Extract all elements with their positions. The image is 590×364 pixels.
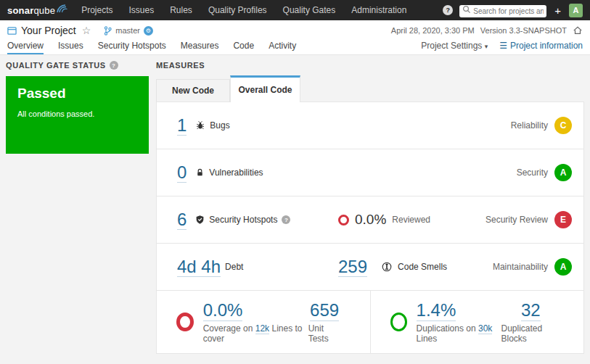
tab-security-hotspots[interactable]: Security Hotspots	[98, 41, 166, 54]
project-settings-dropdown[interactable]: Project Settings ▾	[421, 41, 488, 51]
duplications-sublabel: Duplications on 30k Lines	[417, 323, 501, 344]
unit-tests-block: 659 Unit Tests	[308, 300, 341, 344]
tab-code[interactable]: Code	[233, 41, 254, 54]
nav-item-projects[interactable]: Projects	[81, 5, 112, 15]
duplicated-blocks-label: Duplicated Blocks	[501, 323, 560, 344]
nav-item-issues[interactable]: Issues	[129, 5, 155, 15]
security-label: Security	[517, 167, 548, 178]
project-icon	[7, 26, 17, 36]
nav-item-quality-profiles[interactable]: Quality Profiles	[208, 5, 267, 15]
reliability-rating-badge[interactable]: C	[554, 117, 572, 134]
bugs-count-link[interactable]: 1	[177, 115, 187, 136]
quality-gate-subtitle: All conditions passed.	[17, 109, 137, 118]
security-review-rating-group: Security Review E	[485, 211, 572, 228]
maintainability-rating-group: Maintainability A	[493, 258, 572, 276]
project-tabbar: Overview Issues Security Hotspots Measur…	[0, 41, 590, 55]
logo-text: sonarqube	[7, 5, 55, 16]
debt-label: Debt	[225, 262, 243, 272]
measures-panel: 1 Bugs Reliability C 0	[156, 102, 584, 354]
tab-overview[interactable]: Overview	[7, 41, 44, 54]
duplications-percentage-link[interactable]: 1.4%	[417, 300, 456, 321]
lock-icon	[195, 167, 205, 178]
security-review-label: Security Review	[485, 215, 548, 225]
quality-gate-help-icon[interactable]: ?	[110, 61, 118, 70]
shield-icon	[195, 215, 205, 225]
duplications-ring-icon	[390, 313, 407, 331]
branch-selector[interactable]: master ⚙	[104, 26, 153, 36]
measure-row-vulnerabilities: 0 Vulnerabilities Security A	[157, 149, 583, 197]
user-avatar[interactable]: A	[569, 4, 583, 17]
duplicated-blocks-count-link[interactable]: 32	[521, 300, 541, 321]
quality-gate-header: Quality Gate Status ?	[6, 61, 149, 70]
code-smells-group: 259 Code Smells	[338, 257, 447, 278]
coverage-duplications-row: 0.0% Coverage on 12k Lines to cover 659 …	[157, 291, 583, 353]
debt-value-link[interactable]: 4d 4h	[177, 257, 221, 278]
chevron-down-icon: ▾	[485, 43, 488, 50]
coverage-sublabel: Coverage on 12k Lines to cover	[203, 323, 308, 344]
maintainability-rating-badge[interactable]: A	[554, 258, 572, 276]
project-information-button[interactable]: ☰ Project information	[499, 41, 583, 51]
branch-settings-icon[interactable]: ⚙	[144, 26, 153, 36]
project-meta: April 28, 2020, 3:30 PM Version 3.3-SNAP…	[391, 25, 583, 36]
vulnerabilities-label: Vulnerabilities	[209, 167, 263, 178]
project-tabs: Overview Issues Security Hotspots Measur…	[7, 41, 296, 54]
security-hotspots-label: Security Hotspots	[209, 215, 277, 225]
search-input[interactable]	[459, 5, 546, 17]
quality-gate-section: Quality Gate Status ? Passed All conditi…	[6, 61, 149, 154]
coverage-percentage-link[interactable]: 0.0%	[203, 300, 243, 321]
home-icon[interactable]	[573, 25, 583, 36]
duplications-values: 1.4% Duplications on 30k Lines	[417, 300, 501, 344]
security-review-rating-badge[interactable]: E	[554, 211, 572, 228]
measure-row-bugs: 1 Bugs Reliability C	[157, 102, 583, 149]
nav-item-rules[interactable]: Rules	[170, 5, 192, 15]
security-hotspots-count-link[interactable]: 6	[177, 210, 187, 231]
security-rating-badge[interactable]: A	[554, 164, 572, 181]
coverage-ring-icon	[176, 313, 194, 331]
unit-tests-count-link[interactable]: 659	[310, 300, 339, 321]
project-version: Version 3.3-SNAPSHOT	[480, 26, 567, 35]
branch-icon	[104, 26, 112, 36]
tab-overall-code[interactable]: Overall Code	[230, 75, 300, 102]
overview-content: Quality Gate Status ? Passed All conditi…	[0, 55, 590, 364]
list-icon: ☰	[499, 41, 507, 51]
duplications-block: 1.4% Duplications on 30k Lines 32 Duplic…	[370, 291, 584, 353]
lines-to-cover-link[interactable]: 12k	[255, 323, 269, 334]
security-hotspots-help-icon[interactable]: ?	[282, 215, 290, 224]
navbar-right: ? + A	[443, 4, 583, 17]
coverage-values: 0.0% Coverage on 12k Lines to cover	[203, 300, 308, 344]
search-icon	[462, 5, 471, 14]
measures-section: Measures New Code Overall Code 1 Bugs	[156, 61, 584, 354]
main-nav: Projects Issues Rules Quality Profiles Q…	[81, 5, 406, 15]
code-smell-icon	[382, 262, 392, 272]
nav-item-administration[interactable]: Administration	[351, 5, 406, 15]
sonarqube-logo[interactable]: sonarqube	[7, 5, 68, 16]
tab-new-code[interactable]: New Code	[156, 79, 230, 102]
tab-measures[interactable]: Measures	[181, 41, 219, 54]
tab-activity[interactable]: Activity	[269, 41, 296, 54]
code-smells-label: Code Smells	[398, 262, 447, 272]
reviewed-label: Reviewed	[392, 215, 430, 225]
hotspots-reviewed-group: 0.0% Reviewed	[338, 212, 430, 228]
top-navbar: sonarqube Projects Issues Rules Quality …	[0, 0, 590, 20]
help-icon[interactable]: ?	[443, 5, 453, 15]
duplication-lines-link[interactable]: 30k	[478, 323, 492, 334]
duplicated-blocks-block: 32 Duplicated Blocks	[501, 300, 560, 344]
measures-tabs: New Code Overall Code	[156, 75, 584, 102]
add-project-button[interactable]: +	[553, 5, 562, 16]
maintainability-label: Maintainability	[493, 262, 548, 272]
tab-issues[interactable]: Issues	[58, 41, 83, 54]
quality-gate-status-box: Passed All conditions passed.	[6, 76, 149, 154]
measure-row-security-hotspots: 6 Security Hotspots ? 0.0% Reviewed Secu…	[157, 197, 583, 244]
nav-item-quality-gates[interactable]: Quality Gates	[283, 5, 336, 15]
sonarqube-swoosh-icon	[57, 4, 68, 13]
reviewed-percentage: 0.0%	[355, 212, 386, 228]
code-smells-count-link[interactable]: 259	[338, 257, 367, 278]
tabbar-right: Project Settings ▾ ☰ Project information	[421, 41, 583, 51]
coverage-block: 0.0% Coverage on 12k Lines to cover 659 …	[157, 291, 370, 353]
bugs-label: Bugs	[210, 120, 229, 131]
bug-icon	[195, 120, 205, 131]
vulnerabilities-count-link[interactable]: 0	[177, 162, 187, 183]
favorite-star-icon[interactable]: ☆	[82, 25, 91, 36]
reliability-rating-group: Reliability C	[511, 117, 572, 134]
branch-name: master	[115, 26, 140, 35]
